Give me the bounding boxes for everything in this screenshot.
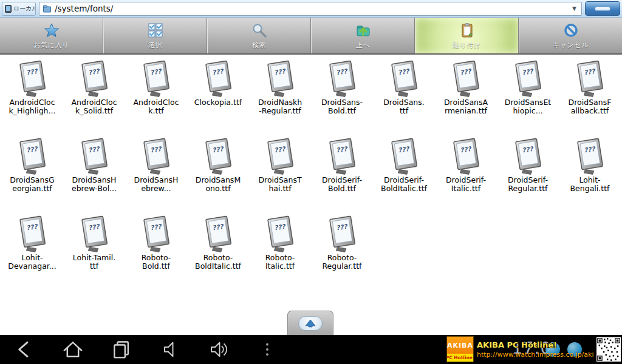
arrow-up-icon [305,319,316,328]
font-file-icon: ??? [15,59,50,97]
recent-apps-button[interactable] [107,335,136,364]
akiba-logo: AKIBA PC Hotline! [446,336,474,362]
up-label: 上へ [356,41,370,50]
volume-up-button[interactable] [204,335,233,364]
font-file-icon: ??? [510,137,545,175]
cancel-button[interactable]: キャンセル [519,18,622,53]
file-item[interactable]: ??? DroidSans- Bold.ttf [311,57,373,135]
file-item[interactable]: ??? AndroidCloc k_Solid.ttf [63,57,125,135]
font-file-icon: ??? [200,137,236,175]
file-label: Lohit- Devanagar... [8,254,56,271]
file-item[interactable]: ??? Roboto- BoldItalic.ttf [187,212,249,290]
file-label: DroidSerif- BoldItalic.ttf [381,176,427,194]
file-item[interactable]: ??? Lohit- Devanagar... [1,212,63,290]
select-label: 選択 [148,41,162,50]
menu-overflow-button[interactable] [253,335,282,364]
file-item[interactable]: ??? DroidSansH ebrew... [125,135,187,212]
file-item[interactable]: ??? DroidSansG eorgian.ttf [1,135,63,212]
paste-clipboard-icon [459,22,475,38]
font-file-icon: ??? [15,137,50,175]
file-label: DroidSerif- Bold.ttf [322,176,362,194]
folder-icon [43,5,51,13]
back-button[interactable] [10,335,39,364]
file-item[interactable]: ??? Roboto- Bold.ttf [125,212,187,290]
home-button[interactable] [58,335,87,364]
file-item[interactable]: ??? DroidSansF allback.ttf [559,57,621,135]
file-label: AndroidCloc k.ttf [133,98,179,116]
font-file-icon: ??? [138,137,174,175]
file-label: DroidSansG eorgian.ttf [10,176,54,194]
file-item[interactable]: ??? DroidNaskh -Regular.ttf [249,57,311,135]
file-item[interactable]: ??? DroidSansEt hiopic... [497,57,559,135]
favorites-button[interactable]: お気に入り [0,18,103,53]
file-item[interactable]: ??? AndroidCloc k.ttf [125,57,187,135]
akiba-logo-bottom: PC Hotline! [447,354,473,362]
minimize-window-button[interactable] [585,1,620,16]
current-path: /system/fonts/ [55,4,567,13]
minimize-icon [595,7,610,11]
font-file-icon: ??? [262,215,298,252]
search-icon [251,22,267,38]
file-label: Roboto- Italic.ttf [265,254,295,271]
scroll-top-button[interactable] [298,316,323,331]
volume-down-button[interactable] [156,335,185,364]
font-file-icon: ??? [324,59,360,97]
multiselect-checkboxes-icon [148,22,163,38]
paste-label: 貼り付け [453,41,481,50]
file-item[interactable]: ??? AndroidCloc k_Highligh... [1,57,63,135]
file-item[interactable]: ??? DroidSans. ttf [373,57,435,135]
file-label: Clockopia.ttf [194,98,242,107]
font-file-icon: ??? [262,59,298,97]
favorites-label: お気に入り [33,41,69,50]
file-label: Lohit-Tamil. ttf [73,254,115,271]
file-item[interactable]: ??? Clockopia.ttf [187,57,249,135]
file-item[interactable]: ??? DroidSerif- Italic.ttf [435,135,497,212]
font-file-icon: ??? [572,137,607,175]
font-file-icon: ??? [15,215,50,252]
watermark-title: AKIBA PC Hotline! [477,340,593,349]
file-label: DroidSansA rmenian.ttf [444,98,488,116]
file-item[interactable]: ??? Roboto- Italic.ttf [249,212,311,290]
font-file-icon: ??? [324,215,360,252]
font-file-icon: ??? [77,137,112,175]
recents-icon [109,337,134,362]
file-label: AndroidCloc k_Highligh... [9,98,56,116]
file-item[interactable]: ??? DroidSansT hai.ttf [249,135,311,212]
file-label: DroidSansM ono.ttf [196,176,241,194]
font-file-icon: ??? [77,215,112,252]
file-label: Roboto- Bold.ttf [142,254,171,271]
cancel-label: キャンセル [553,41,589,50]
action-toolbar: お気に入り 選択 検索 [0,18,622,55]
file-item[interactable]: ??? DroidSansA rmenian.ttf [435,57,497,135]
up-directory-button[interactable]: 上へ [311,18,415,53]
font-file-icon: ??? [200,59,236,97]
file-item[interactable]: ??? Lohit-Tamil. ttf [63,212,125,290]
local-storage-button[interactable]: ローカル [2,2,36,16]
search-button[interactable]: 検索 [207,18,311,53]
file-label: DroidSansEt hiopic... [505,98,551,116]
file-label: DroidSansT hai.ttf [258,176,301,194]
file-label: Roboto- BoldItalic.ttf [195,254,241,271]
file-item[interactable]: ??? DroidSansM ono.ttf [187,135,249,212]
path-dropdown-caret-icon[interactable]: ▼ [571,5,578,12]
file-label: DroidSans- Bold.ttf [321,98,363,116]
file-label: DroidNaskh -Regular.ttf [258,98,302,116]
path-bar[interactable]: /system/fonts/ ▼ [39,2,582,16]
akiba-watermark: AKIBA PC Hotline! AKIBA PC Hotline! http… [446,335,621,363]
file-item[interactable]: ??? DroidSerif- Regular.ttf [497,135,559,212]
select-button[interactable]: 選択 [103,18,207,53]
volume-down-icon [159,339,181,360]
file-item[interactable]: ??? Lohit- Bengali.ttf [559,135,621,212]
file-item[interactable]: ??? DroidSansH ebrew-Bol... [63,135,125,212]
file-item[interactable]: ??? DroidSerif- Bold.ttf [311,135,373,212]
file-label: DroidSerif- Regular.ttf [508,176,548,194]
font-file-icon: ??? [386,137,422,175]
font-file-icon: ??? [138,59,174,97]
paste-button[interactable]: 貼り付け [415,18,519,53]
file-item[interactable]: ??? DroidSerif- BoldItalic.ttf [373,135,435,212]
file-label: DroidSerif- Italic.ttf [446,176,486,194]
volume-up-icon [208,339,230,360]
file-item[interactable]: ??? Roboto- Regular.ttf [311,212,373,290]
font-file-icon: ??? [324,137,360,175]
scroll-top-widget [287,311,333,335]
